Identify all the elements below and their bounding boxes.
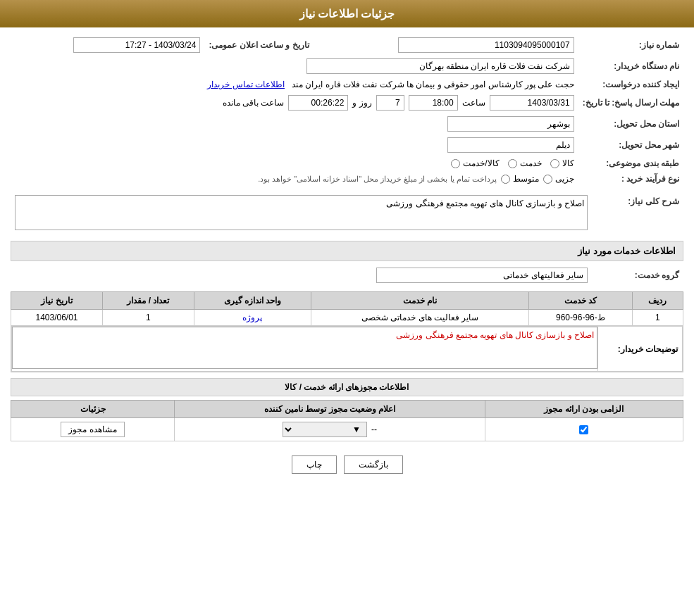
group-value-cell bbox=[11, 265, 592, 286]
kala-khedmat-label: کالا/خدمت bbox=[463, 158, 499, 168]
tarife-label: طبقه بندی موضوعی: bbox=[578, 156, 683, 171]
baghimande-label: ساعت باقی مانده bbox=[223, 98, 285, 108]
lic-col-status: اعلام وضعیت مجوز توسط نامین کننده bbox=[175, 401, 485, 418]
ejad-konande-link[interactable]: اطلاعات تماس خریدار bbox=[207, 80, 285, 89]
col-date: تاریخ نیاز bbox=[11, 292, 103, 310]
nam-dastgah-input[interactable] bbox=[306, 58, 574, 74]
ostan-input[interactable] bbox=[447, 116, 574, 132]
page-container: جزئیات اطلاعات نیاز شماره نیاز: تاریخ و … bbox=[0, 0, 694, 616]
shomare-niaz-value bbox=[314, 34, 578, 56]
sharh-table: شرح کلی نیاز: // Set textarea value from… bbox=[11, 192, 683, 235]
service-count: 1 bbox=[102, 310, 194, 326]
sharh-value-cell: // Set textarea value from data document… bbox=[11, 192, 592, 235]
group-table: گروه خدمت: bbox=[11, 265, 683, 286]
ejad-konande-value: حجت علی پور کارشناس امور حقوقی و بیمان ه… bbox=[11, 77, 578, 92]
description-label: توضیحات خریدار: bbox=[598, 327, 683, 372]
khadamat-section-header: اطلاعات خدمات مورد نیاز bbox=[11, 241, 683, 261]
shomare-niaz-input[interactable] bbox=[398, 37, 574, 53]
motavasset-label: متوسط bbox=[513, 174, 539, 184]
lic-elzami-cell bbox=[485, 418, 683, 441]
jozi-label: جزیی bbox=[555, 174, 574, 184]
lic-col-details: جزئیات bbox=[11, 401, 175, 418]
licenses-table: الزامی بودن ارائه مجوز اعلام وضعیت مجوز … bbox=[11, 400, 683, 441]
shahr-input[interactable] bbox=[447, 137, 574, 153]
nam-dastgah-value bbox=[11, 56, 578, 77]
footer-buttons: بازگشت چاپ bbox=[11, 455, 683, 474]
group-input[interactable] bbox=[376, 268, 588, 283]
jozi-radio[interactable] bbox=[543, 175, 552, 184]
main-info-table: شماره نیاز: تاریخ و ساعت اعلان عمومی: نا… bbox=[11, 34, 683, 187]
roz-label: روز و bbox=[352, 98, 371, 108]
sharh-input[interactable] bbox=[15, 195, 588, 230]
shahr-label: شهر محل تحویل: bbox=[578, 134, 683, 156]
service-name: سایر فعالیت های خدماتی شخصی bbox=[311, 310, 529, 326]
mohlat-row: ساعت روز و ساعت باقی مانده bbox=[11, 92, 578, 113]
ostan-value bbox=[11, 113, 578, 134]
view-license-button[interactable]: مشاهده مجوز bbox=[61, 422, 124, 437]
mohlat-days-input[interactable] bbox=[376, 95, 404, 111]
print-button[interactable]: چاپ bbox=[292, 455, 337, 474]
ostan-label: استان محل تحویل: bbox=[578, 113, 683, 134]
lic-status-select[interactable]: ▼ bbox=[283, 422, 367, 437]
noe-farayand-label: نوع فرآیند خرید : bbox=[578, 171, 683, 187]
service-row: 1 ط-96-96-960 سایر فعالیت های خدماتی شخص… bbox=[11, 310, 683, 326]
pardakht-text: پرداخت تمام یا بخشی از مبلغ خریداز محل "… bbox=[258, 175, 497, 184]
service-code: ط-96-96-960 bbox=[529, 310, 632, 326]
lic-status-cell: -- ▼ bbox=[175, 418, 485, 441]
khedmat-radio[interactable] bbox=[508, 159, 517, 168]
ejad-konande-text: حجت علی پور کارشناس امور حقوقی و بیمان ه… bbox=[292, 80, 574, 89]
kala-radio[interactable] bbox=[550, 159, 559, 168]
saat-label: ساعت bbox=[462, 98, 485, 108]
service-description-row: توضیحات خریدار: bbox=[11, 326, 683, 372]
announce-input[interactable] bbox=[73, 37, 200, 53]
col-unit: واحد اندازه گیری bbox=[194, 292, 311, 310]
page-title: جزئیات اطلاعات نیاز bbox=[299, 8, 395, 20]
motavasset-radio[interactable] bbox=[501, 175, 510, 184]
mohlat-date-input[interactable] bbox=[490, 95, 574, 111]
nam-dastgah-label: نام دستگاه خریدار: bbox=[578, 56, 683, 77]
col-radif: ردیف bbox=[632, 292, 683, 310]
col-code: کد خدمت bbox=[529, 292, 632, 310]
col-count: تعداد / مقدار bbox=[102, 292, 194, 310]
announce-value bbox=[11, 34, 204, 56]
kala-khedmat-radio[interactable] bbox=[451, 159, 460, 168]
noe-farayand-value: جزیی متوسط پرداخت تمام یا بخشی از مبلغ خ… bbox=[11, 171, 578, 187]
licenses-section-header: اطلاعات مجوزهای ارائه خدمت / کالا bbox=[11, 378, 683, 396]
page-header: جزئیات اطلاعات نیاز bbox=[0, 0, 694, 27]
mohlat-remain-input[interactable] bbox=[288, 95, 348, 111]
service-date: 1403/06/01 bbox=[11, 310, 103, 326]
service-radif: 1 bbox=[632, 310, 683, 326]
shomare-niaz-label: شماره نیاز: bbox=[578, 34, 683, 56]
lic-details-cell: مشاهده مجوز bbox=[11, 418, 175, 441]
service-unit: پروژه bbox=[194, 310, 311, 326]
group-label: گروه خدمت: bbox=[592, 265, 683, 286]
ejad-konande-label: ایجاد کننده درخواست: bbox=[578, 77, 683, 92]
shahr-value bbox=[11, 134, 578, 156]
lic-col-elzami: الزامی بودن ارائه مجوز bbox=[485, 401, 683, 418]
tarife-value: کالا خدمت کالا/خدمت bbox=[11, 156, 578, 171]
services-table: ردیف کد خدمت نام خدمت واحد اندازه گیری ت… bbox=[11, 291, 683, 372]
back-button[interactable]: بازگشت bbox=[344, 455, 403, 474]
col-name: نام خدمت bbox=[311, 292, 529, 310]
content-area: شماره نیاز: تاریخ و ساعت اعلان عمومی: نا… bbox=[0, 27, 694, 495]
sharh-label: شرح کلی نیاز: bbox=[592, 192, 683, 235]
lic-elzami-checkbox[interactable] bbox=[579, 425, 588, 434]
lic-status-value: -- bbox=[371, 425, 377, 434]
khedmat-label: خدمت bbox=[520, 158, 542, 168]
description-textarea[interactable] bbox=[12, 327, 597, 369]
kala-label: کالا bbox=[562, 158, 574, 168]
announce-label: تاریخ و ساعت اعلان عمومی: bbox=[204, 34, 313, 56]
mohlat-time-input[interactable] bbox=[409, 95, 458, 111]
mohlat-label: مهلت ارسال پاسخ: تا تاریخ: bbox=[578, 92, 683, 113]
license-row: -- ▼ مشاهده مجوز bbox=[11, 418, 683, 441]
